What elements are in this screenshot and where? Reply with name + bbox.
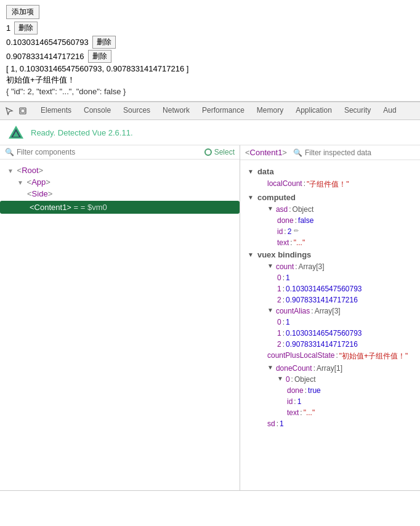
svg-rect-1	[21, 109, 25, 113]
tab-sources[interactable]: Sources	[117, 102, 156, 120]
count-0-val: 1	[286, 273, 290, 282]
delete-btn-3[interactable]: 删除	[88, 50, 111, 63]
select-circle-icon	[204, 148, 212, 156]
count-alias-expand-icon: ▼	[267, 307, 273, 314]
id-edit-icon[interactable]: ✏	[294, 227, 299, 234]
computed-id-key: id	[277, 227, 283, 236]
done-0-done-val: true	[308, 386, 321, 395]
count-1-key: 1	[277, 285, 281, 293]
vue-devtools: Ready. Detected Vue 2.6.11. 🔍 Select ▼ <…	[0, 120, 420, 491]
count-alias-2-val: 0.9078331414717216	[286, 340, 358, 349]
tab-memory[interactable]: Memory	[251, 102, 289, 120]
count-alias-0-key: 0	[277, 318, 281, 326]
right-toolbar: <Content1> 🔍	[240, 145, 420, 160]
app-demo-section: 添加项 1 删除 0.10303146547560793 删除 0.907833…	[0, 0, 420, 102]
asd-type: Object	[293, 205, 314, 214]
right-panel: <Content1> 🔍 ▼ data localCount : "子组件值！"…	[240, 145, 420, 490]
tree-app[interactable]: ▼ <App>	[0, 176, 240, 188]
done-0-key: 0	[286, 375, 290, 384]
count-expand-icon: ▼	[267, 262, 273, 269]
tab-network[interactable]: Network	[156, 102, 196, 120]
count-type: Array[3]	[299, 262, 325, 271]
done-0-text-val: "..."	[304, 408, 315, 417]
root-tag: Root	[22, 166, 38, 175]
left-panel: 🔍 Select ▼ <Root> ▼ <App>	[0, 145, 240, 490]
section-vuex-header[interactable]: ▼ vuex bindings	[240, 248, 420, 261]
main-panel: 🔍 Select ▼ <Root> ▼ <App>	[0, 145, 420, 490]
done-0-id-key: id	[287, 397, 293, 406]
count-alias-1-row: 1 : 0.10303146547560793	[240, 328, 420, 339]
select-button[interactable]: Select	[204, 148, 235, 156]
row2-value: 0.10303146547560793	[6, 38, 89, 47]
right-filter-icon: 🔍	[293, 148, 302, 157]
sd-key: sd	[267, 419, 275, 428]
filter-data-input[interactable]	[305, 148, 397, 157]
tree-content1-selected[interactable]: <Content1> = = $vm0	[0, 201, 240, 214]
done-0-text-key: text	[287, 408, 299, 417]
local-count-key: localCount	[267, 179, 302, 188]
done-0-id-val: 1	[297, 397, 302, 406]
component-tree: ▼ <Root> ▼ <App> <Side> <Content1> = = $…	[0, 160, 240, 490]
count-plus-val: "初始值+子组件值！"	[339, 351, 408, 362]
tab-performance[interactable]: Performance	[196, 102, 251, 120]
devtools-bar: Elements Console Sources Network Perform…	[0, 102, 420, 120]
data-section-arrow: ▼	[248, 168, 254, 175]
count-alias-row: ▼ countAlias : Array[3]	[240, 305, 420, 317]
section-computed-header[interactable]: ▼ computed	[240, 191, 420, 204]
computed-section-arrow: ▼	[248, 194, 254, 201]
computed-id-row: id : 2 ✏	[240, 226, 420, 237]
tree-side[interactable]: <Side>	[0, 188, 240, 200]
computed-done-row: done : false	[240, 215, 420, 226]
count-2-val: 0.9078331414717216	[286, 296, 358, 304]
vuex-section-arrow: ▼	[248, 251, 254, 258]
local-count-row: localCount : "子组件值！"	[240, 178, 420, 191]
delete-btn-1[interactable]: 删除	[14, 22, 38, 34]
tab-security[interactable]: Security	[338, 102, 377, 120]
sd-row: sd : 1	[240, 418, 420, 429]
left-toolbar: 🔍 Select	[0, 145, 240, 160]
count-key: count	[276, 262, 294, 271]
section-data-label: data	[257, 167, 274, 176]
computed-done-value: false	[298, 216, 313, 225]
tab-application[interactable]: Application	[289, 102, 338, 120]
count-2-row: 2 : 0.9078331414717216	[240, 294, 420, 305]
tab-console[interactable]: Console	[78, 102, 117, 120]
done-count-0-row: ▼ 0 : Object	[240, 374, 420, 385]
done-0-id-row: id : 1	[240, 396, 420, 407]
tab-aud[interactable]: Aud	[377, 102, 402, 120]
app-tag: App	[31, 177, 46, 187]
computed-id-value: 2	[288, 227, 292, 236]
asd-key: asd	[276, 205, 288, 214]
add-item-button[interactable]: 添加项	[6, 5, 39, 19]
computed-done-key: done	[277, 216, 294, 225]
vm0-ref: = $vm0	[81, 203, 107, 212]
delete-btn-2[interactable]: 删除	[92, 36, 116, 49]
right-component-name: Content1	[250, 148, 283, 157]
vue-ready-text: Ready. Detected Vue 2.6.11.	[31, 128, 133, 137]
count-row: ▼ count : Array[3]	[240, 261, 420, 272]
count-alias-key: countAlias	[276, 307, 310, 315]
tab-elements[interactable]: Elements	[34, 102, 78, 120]
filter-left-icon: 🔍	[5, 148, 14, 156]
done-0-done-row: done : true	[240, 385, 420, 396]
box-icon[interactable]	[17, 105, 28, 116]
count-alias-2-row: 2 : 0.9078331414717216	[240, 339, 420, 350]
init-value-text: 初始值+子组件值！	[6, 75, 414, 86]
app-arrow-icon: ▼	[17, 179, 23, 186]
count-1-val: 0.10303146547560793	[286, 285, 361, 293]
filter-components-input[interactable]	[17, 148, 204, 156]
cursor-icon[interactable]	[4, 105, 15, 116]
tree-root[interactable]: ▼ <Root>	[0, 164, 240, 176]
count-alias-2-key: 2	[277, 340, 281, 349]
count-alias-0-val: 1	[286, 318, 290, 326]
done-count-row: ▼ doneCount : Array[1]	[240, 363, 420, 374]
vue-logo	[7, 124, 25, 141]
side-tag: Side	[32, 189, 48, 198]
data-area: ▼ data localCount : "子组件值！" ▼ computed ▼…	[240, 160, 420, 490]
devtools-icon-group	[4, 105, 28, 116]
section-data-header[interactable]: ▼ data	[240, 165, 420, 178]
done-0-type: Object	[294, 375, 316, 384]
count-plus-key: countPlusLocalState	[267, 351, 334, 360]
done-count-expand-icon: ▼	[267, 364, 273, 371]
done-0-expand-icon: ▼	[277, 375, 283, 382]
